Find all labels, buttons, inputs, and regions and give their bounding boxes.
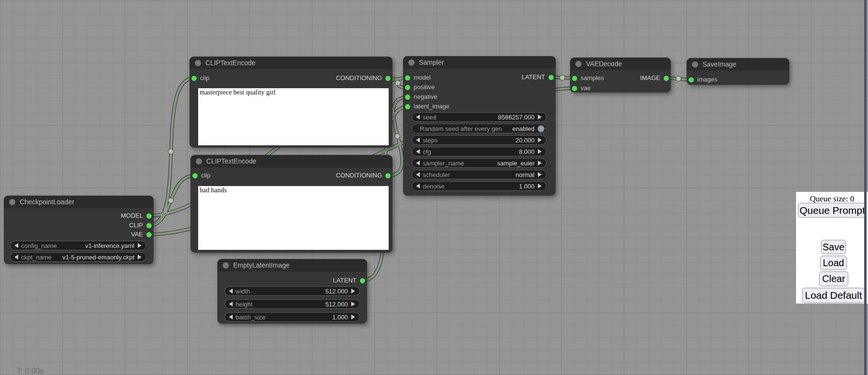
node-collapse-dot-icon[interactable] [692, 61, 698, 68]
output-label-model: MODEL [121, 211, 143, 221]
increment-arrow-icon[interactable] [538, 149, 542, 154]
node-collapse-dot-icon[interactable] [195, 60, 201, 66]
widget-config-name[interactable]: config_name v1-inference.yaml [10, 241, 146, 250]
vertical-scrollbar[interactable] [864, 0, 867, 375]
decrement-arrow-icon[interactable] [229, 289, 233, 293]
widget-value[interactable]: normal [515, 171, 535, 178]
node-checkpointloader[interactable]: CheckpointLoader MODEL CLIP VAE config_n… [4, 196, 154, 264]
prompt-textarea[interactable]: bad hands [198, 186, 389, 250]
input-slot-samples[interactable] [572, 76, 577, 81]
decrement-arrow-icon[interactable] [229, 315, 233, 319]
node-collapse-dot-icon[interactable] [196, 158, 202, 164]
node-saveimage[interactable]: SaveImage images [687, 58, 789, 85]
node-title-bar[interactable]: CheckpointLoader [4, 196, 154, 208]
node-collapse-dot-icon[interactable] [408, 59, 415, 66]
increment-arrow-icon[interactable] [538, 184, 542, 188]
input-slot-images[interactable] [689, 77, 694, 82]
increment-arrow-icon[interactable] [538, 161, 542, 165]
decrement-arrow-icon[interactable] [14, 255, 18, 259]
decrement-arrow-icon[interactable] [416, 172, 420, 177]
input-label-latent-image: latent_image [414, 102, 449, 111]
widget-seed[interactable]: seed 8566257.000 [412, 112, 547, 122]
node-title-bar[interactable]: CLIPTextEncode [190, 155, 392, 167]
node-cliptextencode-positive[interactable]: CLIPTextEncode clip CONDITIONING masterp… [190, 57, 392, 148]
output-slot-latent[interactable] [360, 278, 365, 283]
widget-random-seed[interactable]: Random seed after every gen enabled [412, 124, 547, 133]
node-title-bar[interactable]: EmptyLatentImage [217, 259, 367, 271]
widget-batch-size[interactable]: batch_size 1.000 [225, 312, 360, 322]
widget-value[interactable]: 8.000 [519, 148, 535, 155]
input-label-vae: vae [581, 83, 591, 93]
widget-scheduler[interactable]: scheduler normal [412, 170, 547, 179]
widget-value[interactable]: v1-inference.yaml [85, 242, 134, 249]
increment-arrow-icon[interactable] [351, 289, 355, 293]
queue-prompt-button[interactable]: Queue Prompt [798, 203, 867, 218]
node-collapse-dot-icon[interactable] [223, 262, 229, 269]
widget-ckpt-name[interactable]: ckpt_name v1-5-pruned-emaonly.ckpt [10, 252, 146, 262]
input-slot-clip[interactable] [192, 173, 198, 178]
increment-arrow-icon[interactable] [538, 172, 542, 177]
node-sampler[interactable]: Sampler model positive negative latent_i… [403, 56, 556, 196]
widget-value[interactable]: 512.000 [325, 301, 348, 308]
load-button[interactable]: Load [820, 256, 847, 270]
save-button[interactable]: Save [821, 240, 846, 254]
output-slot-conditioning[interactable] [385, 173, 391, 178]
node-title-bar[interactable]: CLIPTextEncode [190, 57, 392, 69]
toggle-icon[interactable] [537, 125, 545, 132]
widget-sampler-name[interactable]: sampler_name sample_euler [412, 158, 547, 168]
input-slot-latent-image[interactable] [405, 104, 410, 109]
input-label-model: model [414, 73, 430, 82]
node-title: SaveImage [702, 60, 737, 68]
decrement-arrow-icon[interactable] [416, 149, 420, 154]
increment-arrow-icon[interactable] [138, 243, 142, 248]
prompt-textarea[interactable]: masterpiece best quality girl [198, 88, 389, 145]
node-emptylatentimage[interactable]: EmptyLatentImage LATENT width 512.000 he… [217, 259, 367, 324]
widget-steps[interactable]: steps 20.000 [412, 135, 547, 145]
clear-button[interactable]: Clear [819, 271, 848, 286]
widget-height[interactable]: height 512.000 [225, 299, 360, 309]
load-default-button[interactable]: Load Default [802, 288, 865, 303]
node-cliptextencode-negative[interactable]: CLIPTextEncode clip CONDITIONING bad han… [190, 155, 392, 253]
output-slot-clip[interactable] [146, 223, 152, 228]
widget-value[interactable]: 1.000 [332, 314, 348, 321]
node-collapse-dot-icon[interactable] [9, 199, 15, 205]
output-label-latent: LATENT [333, 276, 357, 285]
node-title-bar[interactable]: VAEDecode [570, 58, 671, 70]
widget-value[interactable]: v1-5-pruned-emaonly.ckpt [62, 254, 134, 261]
increment-arrow-icon[interactable] [538, 138, 542, 142]
input-slot-negative[interactable] [405, 94, 410, 100]
output-slot-conditioning[interactable] [385, 76, 391, 81]
input-label-positive: positive [414, 82, 435, 92]
decrement-arrow-icon[interactable] [416, 184, 420, 188]
node-vaedecode[interactable]: VAEDecode samples IMAGE vae [570, 58, 671, 93]
decrement-arrow-icon[interactable] [416, 115, 420, 119]
widget-value[interactable]: 512.000 [325, 288, 348, 295]
decrement-arrow-icon[interactable] [416, 138, 420, 142]
decrement-arrow-icon[interactable] [416, 161, 420, 165]
widget-cfg[interactable]: cfg 8.000 [412, 147, 547, 156]
widget-value[interactable]: 8566257.000 [498, 114, 535, 121]
widget-denoise[interactable]: denoise 1.000 [412, 181, 547, 191]
decrement-arrow-icon[interactable] [14, 243, 18, 248]
input-slot-vae[interactable] [572, 86, 577, 91]
input-slot-positive[interactable] [405, 85, 410, 90]
widget-label: ckpt_name [21, 254, 52, 261]
widget-value[interactable]: 20.000 [515, 137, 535, 144]
output-slot-vae[interactable] [146, 232, 152, 237]
increment-arrow-icon[interactable] [351, 315, 355, 319]
increment-arrow-icon[interactable] [138, 255, 142, 259]
widget-width[interactable]: width 512.000 [225, 286, 360, 296]
widget-value[interactable]: 1.000 [519, 183, 535, 190]
input-slot-clip[interactable] [191, 76, 197, 81]
input-slot-model[interactable] [405, 75, 410, 81]
increment-arrow-icon[interactable] [538, 115, 542, 119]
output-slot-image[interactable] [664, 76, 669, 81]
node-title-bar[interactable]: SaveImage [687, 58, 789, 70]
output-slot-model[interactable] [146, 213, 152, 219]
node-collapse-dot-icon[interactable] [575, 61, 582, 67]
node-title-bar[interactable]: Sampler [403, 56, 556, 69]
increment-arrow-icon[interactable] [351, 302, 355, 306]
decrement-arrow-icon[interactable] [229, 302, 233, 306]
output-slot-latent[interactable] [548, 75, 554, 80]
widget-value[interactable]: sample_euler [497, 160, 535, 167]
